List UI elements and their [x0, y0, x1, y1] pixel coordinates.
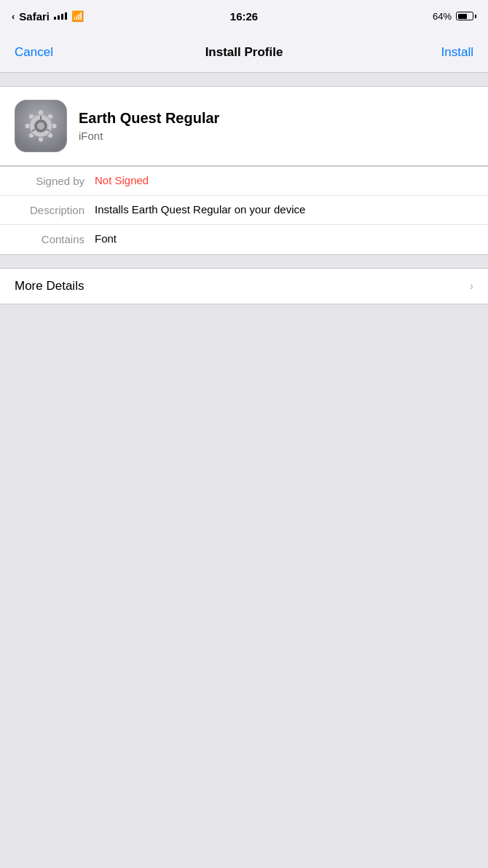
- signal-bar-2: [58, 15, 60, 20]
- status-bar: ‹ Safari 📶 16:26 64%: [0, 0, 488, 32]
- carrier-label: Safari: [19, 10, 50, 23]
- details-section: Signed by Not Signed Description Install…: [0, 166, 488, 255]
- signal-bar-1: [54, 17, 56, 20]
- profile-name: Earth Quest Regular: [79, 110, 219, 127]
- more-details-row[interactable]: More Details ›: [0, 269, 488, 304]
- profile-icon-wrapper: [15, 100, 67, 152]
- battery-tip: [475, 15, 476, 18]
- signed-by-value: Not Signed: [95, 174, 473, 186]
- contains-label: Contains: [15, 232, 95, 245]
- contains-value: Font: [95, 232, 473, 245]
- install-button[interactable]: Install: [441, 45, 473, 60]
- description-value: Installs Earth Quest Regular on your dev…: [95, 203, 473, 216]
- more-details-section: More Details ›: [0, 268, 488, 304]
- profile-info: Earth Quest Regular iFont: [79, 110, 219, 142]
- profile-card: Earth Quest Regular iFont: [0, 86, 488, 166]
- settings-gear-icon: [15, 100, 67, 152]
- signed-by-row: Signed by Not Signed: [0, 167, 488, 196]
- battery-percentage: 64%: [433, 11, 452, 22]
- status-time: 16:26: [230, 10, 258, 23]
- contains-row: Contains Font: [0, 225, 488, 254]
- chevron-right-icon: ›: [470, 280, 473, 293]
- battery-fill: [458, 14, 467, 19]
- wifi-icon: 📶: [71, 10, 84, 22]
- signal-bar-4: [65, 12, 67, 20]
- description-row: Description Installs Earth Quest Regular…: [0, 196, 488, 225]
- nav-bar: Cancel Install Profile Install: [0, 32, 488, 73]
- battery-icon: [456, 12, 476, 20]
- status-right: 64%: [433, 11, 476, 22]
- bottom-background: [0, 304, 488, 741]
- more-details-label: More Details: [15, 279, 84, 293]
- signal-bars-icon: [54, 12, 67, 20]
- signed-by-label: Signed by: [15, 174, 95, 187]
- svg-point-3: [37, 122, 44, 130]
- status-left: ‹ Safari 📶: [12, 10, 84, 23]
- back-arrow-icon: ‹: [12, 11, 15, 22]
- profile-subtitle: iFont: [79, 130, 219, 142]
- description-label: Description: [15, 203, 95, 216]
- cancel-button[interactable]: Cancel: [15, 45, 53, 60]
- top-spacer: [0, 73, 488, 86]
- signal-bar-3: [61, 14, 63, 20]
- page-title: Install Profile: [205, 45, 283, 60]
